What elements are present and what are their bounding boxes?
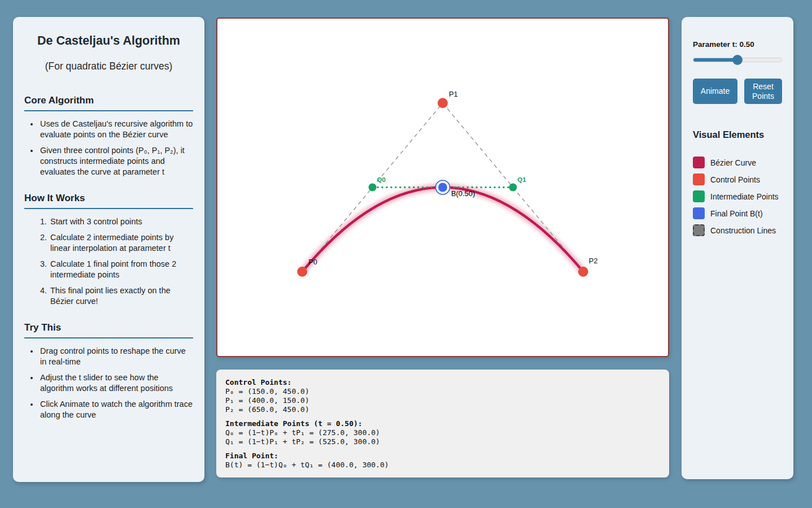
legend-swatch <box>693 173 705 185</box>
final-point-b <box>438 183 447 192</box>
parameter-t-label: Parameter t: 0.50 <box>693 40 782 49</box>
info-line: P₀ = (150.0, 450.0) <box>225 387 660 396</box>
info-heading: Control Points: <box>225 378 660 387</box>
legend-swatch <box>693 157 705 168</box>
list-item: Start with 3 control points <box>49 216 193 227</box>
section-heading-core-algorithm: Core Algorithm <box>24 95 193 111</box>
legend-item-construction-lines: Construction Lines <box>693 224 782 236</box>
point-label-q0: Q0 <box>377 176 386 183</box>
parameter-slider[interactable] <box>693 55 782 65</box>
legend-label: Control Points <box>710 175 760 184</box>
point-label-p1: P1 <box>449 90 458 98</box>
control-point-p2[interactable] <box>578 267 588 277</box>
how-it-works-list: Start with 3 control points Calculate 2 … <box>24 216 193 307</box>
point-label-p2: P2 <box>589 257 598 265</box>
legend-label: Final Point B(t) <box>710 209 763 218</box>
legend-heading: Visual Elements <box>693 129 782 140</box>
point-label-p0: P0 <box>308 258 317 266</box>
control-point-p0[interactable] <box>297 267 307 277</box>
list-item: Uses de Casteljau's recursive algorithm … <box>39 119 193 140</box>
info-heading: Intermediate Points (t = 0.50): <box>225 419 660 428</box>
legend-item-control-points: Control Points <box>693 173 782 185</box>
core-algorithm-list: Uses de Casteljau's recursive algorithm … <box>24 119 193 177</box>
info-line: Q₀ = (1−t)P₀ + tP₁ = (275.0, 300.0) <box>225 428 660 437</box>
list-item: Given three control points (P₀, P₁, P₂),… <box>39 145 193 177</box>
legend-item-final-point: Final Point B(t) <box>693 207 782 219</box>
control-point-p1[interactable] <box>438 98 448 108</box>
legend-item-bezier-curve: Bézier Curve <box>693 157 782 168</box>
legend-label: Intermediate Points <box>710 192 779 201</box>
computation-panel: Control Points: P₀ = (150.0, 450.0) P₁ =… <box>216 370 669 477</box>
list-item: Drag control points to reshape the curve… <box>39 346 193 367</box>
intermediate-point-q0 <box>369 184 377 192</box>
info-line: P₁ = (400.0, 150.0) <box>225 396 660 405</box>
legend-swatch <box>693 190 705 202</box>
section-heading-try-this: Try This <box>24 322 193 338</box>
info-line: Q₁ = (1−t)P₁ + tP₂ = (525.0, 300.0) <box>225 437 660 446</box>
final-point-section: Final Point: B(t) = (1−t)Q₀ + tQ₁ = (400… <box>225 451 660 470</box>
list-item: Calculate 1 final point from those 2 int… <box>49 259 193 280</box>
try-this-list: Drag control points to reshape the curve… <box>24 346 193 420</box>
legend-swatch <box>693 224 705 236</box>
slider-thumb[interactable] <box>732 55 743 65</box>
list-item: Adjust the t slider to see how the algor… <box>39 372 193 394</box>
controls-sidebar: Parameter t: 0.50 Animate Reset Points V… <box>682 17 793 479</box>
bezier-canvas-svg[interactable]: P0P1P2Q0Q1B(0.50) <box>217 19 668 356</box>
control-points-section: Control Points: P₀ = (150.0, 450.0) P₁ =… <box>225 378 660 414</box>
point-label-b: B(0.50) <box>451 189 475 198</box>
intermediate-point-q1 <box>509 184 517 192</box>
legend-label: Bézier Curve <box>710 158 756 167</box>
list-item: This final point lies exactly on the Béz… <box>49 285 193 307</box>
page-title: De Casteljau's Algorithm <box>24 34 193 48</box>
slider-fill <box>693 58 737 62</box>
legend-item-intermediate-points: Intermediate Points <box>693 190 782 202</box>
reset-points-button[interactable]: Reset Points <box>744 79 782 104</box>
point-label-q1: Q1 <box>517 176 526 183</box>
info-heading: Final Point: <box>225 451 660 461</box>
section-heading-how-it-works: How It Works <box>24 193 193 209</box>
animate-button[interactable]: Animate <box>693 79 737 104</box>
legend-swatch <box>693 207 705 219</box>
bezier-canvas[interactable]: P0P1P2Q0Q1B(0.50) <box>216 18 669 357</box>
legend-label: Construction Lines <box>710 226 776 235</box>
explanation-sidebar: De Casteljau's Algorithm (For quadratic … <box>13 17 204 482</box>
list-item: Calculate 2 intermediate points by linea… <box>49 232 193 254</box>
page-subtitle: (For quadratic Bézier curves) <box>24 60 193 72</box>
info-line: B(t) = (1−t)Q₀ + tQ₁ = (400.0, 300.0) <box>225 461 660 470</box>
legend: Bézier Curve Control Points Intermediate… <box>693 157 782 236</box>
list-item: Click Animate to watch the algorithm tra… <box>39 399 193 420</box>
intermediate-points-section: Intermediate Points (t = 0.50): Q₀ = (1−… <box>225 419 660 446</box>
info-line: P₂ = (650.0, 450.0) <box>225 405 660 414</box>
button-row: Animate Reset Points <box>693 79 782 104</box>
bezier-curve-path <box>302 188 583 272</box>
